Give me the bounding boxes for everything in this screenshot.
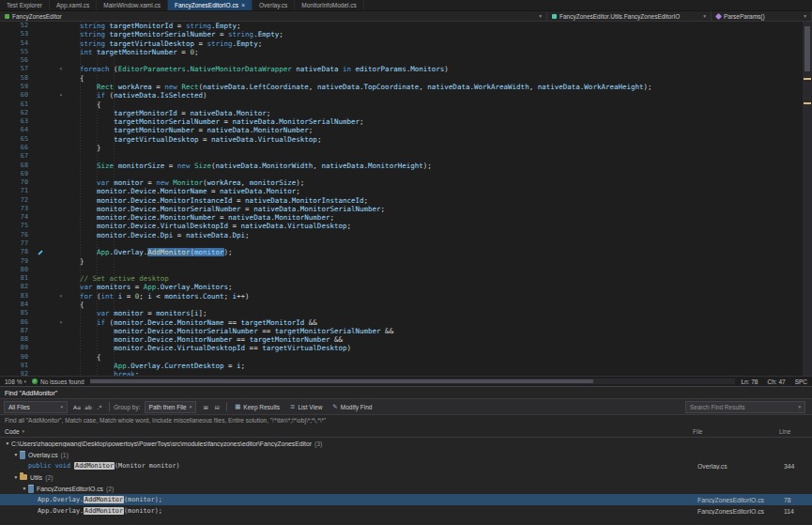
type-dropdown[interactable]: FancyZonesEditor.Utils.FancyZonesEditorI… xyxy=(547,11,712,21)
collapse-all-button[interactable]: ⊟ xyxy=(211,401,222,412)
project-dropdown[interactable]: FancyZonesEditor ▾ xyxy=(0,11,547,21)
tab-test-explorer[interactable]: Test Explorer xyxy=(0,0,50,10)
find-result-row[interactable]: App.Overlay.AddMonitor(monitor);FancyZon… xyxy=(0,494,812,505)
code-line[interactable]: 80 xyxy=(0,266,812,274)
fold-chevron-icon[interactable]: ▾ xyxy=(53,318,69,327)
code-line[interactable]: 53string targetMonitorSerialNumber = str… xyxy=(0,30,812,39)
filter-dropdown[interactable]: Code xyxy=(5,428,20,435)
code-editor[interactable]: 52string targetMonitorId = string.Empty;… xyxy=(0,22,812,376)
find-group-row[interactable]: ▾FancyZonesEditorIO.cs(2) xyxy=(0,483,812,494)
close-icon[interactable]: × xyxy=(241,2,245,8)
code-line[interactable]: 92 break; xyxy=(0,370,812,376)
modify-find-button[interactable]: ✎Modify Find xyxy=(329,401,375,412)
scope-dropdown[interactable]: All Files ▾ xyxy=(4,401,68,413)
fold-margin xyxy=(53,144,69,152)
tab-monitorinfomodel-cs[interactable]: MonitorInfoModel.cs xyxy=(295,0,364,10)
code-line[interactable]: 73 monitor.Device.MonitorSerialNumber = … xyxy=(0,205,812,213)
find-action-buttons: ▦Keep Results≡List View✎Modify Find xyxy=(231,401,375,412)
code-line[interactable]: 79} xyxy=(0,257,812,266)
glyph-margin xyxy=(28,100,53,109)
code-line[interactable]: 89 monitor.Device.VirtualDesktopId == ta… xyxy=(0,344,812,352)
tab-app-xaml-cs[interactable]: App.xaml.cs xyxy=(50,0,97,10)
line-number: 90 xyxy=(0,353,28,362)
scrollbar-thumb[interactable] xyxy=(804,26,810,71)
code-line[interactable]: 67 xyxy=(0,152,812,161)
scrollbar-thumb[interactable] xyxy=(90,379,593,383)
code-line[interactable]: 90 { xyxy=(0,353,812,362)
code-line[interactable]: 82var monitors = App.Overlay.Monitors; xyxy=(0,283,812,291)
code-line[interactable]: 56 xyxy=(0,56,812,65)
find-group-row[interactable]: ▾Overlay.cs(1) xyxy=(0,449,812,460)
code-line[interactable]: 70 var monitor = new Monitor(workArea, m… xyxy=(0,178,812,187)
find-result-row[interactable]: public void AddMonitor(Monitor monitor)O… xyxy=(0,460,812,471)
tab-mainwindow-xaml-cs[interactable]: MainWindow.xaml.cs xyxy=(97,0,168,10)
glyph-margin xyxy=(28,327,53,335)
code-line[interactable]: 63 targetMonitorSerialNumber = nativeDat… xyxy=(0,117,812,126)
list-view-icon: ≡ xyxy=(290,403,295,410)
code-line[interactable]: 87 monitor.Device.MonitorSerialNumber ==… xyxy=(0,327,812,335)
glyph-margin xyxy=(28,162,53,170)
code-line[interactable]: 52string targetMonitorId = string.Empty; xyxy=(0,22,812,30)
code-line[interactable]: 72 monitor.Device.MonitorInstanceId = na… xyxy=(0,196,812,205)
code-line[interactable]: 66 } xyxy=(0,144,812,152)
line-number: 72 xyxy=(0,196,28,205)
code-line[interactable]: 77 xyxy=(0,239,812,248)
code-line[interactable]: 65 targetVirtualDesktop = nativeData.Vir… xyxy=(0,135,812,144)
code-line[interactable]: 69 xyxy=(0,170,812,178)
code-line[interactable]: 68 Size monitorSize = new Size(nativeDat… xyxy=(0,162,812,170)
fold-chevron-icon[interactable]: ▾ xyxy=(53,91,69,100)
code-text: string targetMonitorId = string.Empty; xyxy=(69,22,812,30)
document-health-indicator[interactable]: ✓ No issues found xyxy=(32,378,84,385)
find-result-row[interactable]: App.Overlay.AddMonitor(monitor);FancyZon… xyxy=(0,505,812,517)
code-line[interactable]: 54string targetVirtualDesktop = string.E… xyxy=(0,39,812,48)
code-line[interactable]: 59 Rect workArea = new Rect(nativeData.L… xyxy=(0,83,812,91)
tab-fancyzoneseditorio-cs[interactable]: FancyZonesEditorIO.cs× xyxy=(168,0,253,10)
fold-chevron-icon[interactable]: ▾ xyxy=(53,65,69,73)
regex-button[interactable]: .* xyxy=(94,401,105,412)
code-line[interactable]: 58{ xyxy=(0,74,812,83)
expand-all-button[interactable]: ⊞ xyxy=(200,401,211,412)
code-line[interactable]: 71 monitor.Device.MonitorName = nativeDa… xyxy=(0,187,812,195)
file-column-header[interactable]: File xyxy=(693,428,779,435)
code-line[interactable]: 84{ xyxy=(0,301,812,309)
search-find-results-input[interactable]: Search Find Results ▾ xyxy=(685,401,805,413)
find-group-row[interactable]: ▾C:\Users\zhaopengwang\Desktop\powertoys… xyxy=(0,438,812,449)
editor-vertical-scrollbar[interactable] xyxy=(803,22,812,376)
list-view-button[interactable]: ≡List View xyxy=(286,401,326,412)
expander-icon[interactable]: ▾ xyxy=(12,452,20,457)
expander-icon[interactable]: ▾ xyxy=(21,486,28,491)
code-line[interactable]: 60▾ if (nativeData.IsSelected) xyxy=(0,91,812,100)
code-line[interactable]: 86▾ if (monitor.Device.MonitorName == ta… xyxy=(0,318,812,327)
expander-icon[interactable]: ▾ xyxy=(4,440,11,446)
code-line[interactable]: 55int targetMonitorNumber = 0; xyxy=(0,48,812,56)
whole-word-button[interactable]: ab xyxy=(83,401,94,412)
code-line[interactable]: 57▾foreach (EditorParameters.NativeMonit… xyxy=(0,65,812,73)
zoom-control[interactable]: 108 % ▾ xyxy=(5,378,26,385)
code-line[interactable]: 74 monitor.Device.MonitorNumber = native… xyxy=(0,213,812,222)
find-group-row[interactable]: ▾Utils(2) xyxy=(0,471,812,483)
code-line[interactable]: 61 { xyxy=(0,100,812,109)
code-line[interactable]: 64 targetMonitorNumber = nativeData.Moni… xyxy=(0,126,812,134)
code-line[interactable]: 83▾for (int i = 0; i < monitors.Count; i… xyxy=(0,292,812,301)
group-by-value: Path then File xyxy=(149,404,187,410)
group-by-dropdown[interactable]: Path then File ▾ xyxy=(145,401,197,413)
editor-horizontal-scrollbar[interactable] xyxy=(90,378,736,384)
code-line[interactable]: 81// Set active desktop xyxy=(0,274,812,283)
glyph-margin xyxy=(28,65,53,73)
code-line[interactable]: 88 monitor.Device.MonitorNumber == targe… xyxy=(0,335,812,344)
fold-chevron-icon[interactable]: ▾ xyxy=(53,292,69,301)
code-line[interactable]: 78 App.Overlay.AddMonitor(monitor); xyxy=(0,248,812,256)
code-line[interactable]: 76 monitor.Device.Dpi = nativeData.Dpi; xyxy=(0,231,812,239)
match-case-button[interactable]: Aa xyxy=(71,401,83,412)
glyph-margin xyxy=(28,117,53,126)
code-line[interactable]: 75 monitor.Device.VirtualDesktopId = nat… xyxy=(0,222,812,230)
member-dropdown[interactable]: ParseParams() ▾ xyxy=(712,11,812,21)
code-line[interactable]: 91 App.Overlay.CurrentDesktop = i; xyxy=(0,362,812,370)
keep-results-button[interactable]: ▦Keep Results xyxy=(231,401,283,412)
line-column-header[interactable]: Line xyxy=(779,428,807,435)
tab-overlay-cs[interactable]: Overlay.cs xyxy=(253,0,295,10)
code-line[interactable]: 85 var monitor = monitors[i]; xyxy=(0,309,812,317)
code-line[interactable]: 62 targetMonitorId = nativeData.Monitor; xyxy=(0,109,812,117)
expander-icon[interactable]: ▾ xyxy=(12,474,20,480)
glyph-margin xyxy=(28,292,53,301)
